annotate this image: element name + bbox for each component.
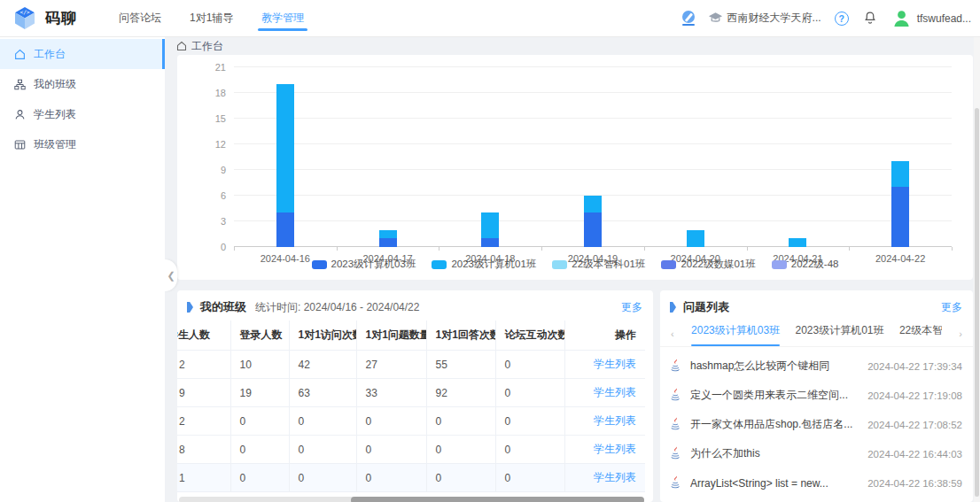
cell: 33: [356, 379, 426, 407]
sidebar-collapse-handle[interactable]: ❮: [165, 259, 177, 291]
question-time: 2024-04-22 17:08:52: [867, 420, 962, 430]
tab-prev-arrow[interactable]: ‹: [669, 328, 676, 346]
legend-item-2023级计算机03班[interactable]: 2023级计算机03班: [312, 258, 416, 271]
user-menu[interactable]: tfswufead...: [891, 8, 971, 28]
bar-segment-2023级计算机01班[interactable]: [891, 161, 909, 187]
y-axis-label: 15: [215, 113, 226, 124]
column-header-1对1回答次数: 1对1回答次数: [426, 321, 495, 351]
cell: 0: [356, 464, 426, 492]
x-axis-tick: [337, 247, 338, 251]
svg-text:</>: </>: [19, 9, 29, 15]
table-row: 200000学生列表: [177, 407, 645, 436]
legend-item-2022级数媒01班[interactable]: 2022级数媒01班: [661, 258, 755, 271]
y-axis-label: 18: [215, 88, 226, 98]
cell: 0: [230, 436, 289, 464]
bar-segment-2023级计算机01班[interactable]: [584, 196, 602, 212]
column-header-1对1访问次数: 1对1访问次数: [289, 321, 356, 351]
home-icon: [14, 49, 26, 60]
sidebar-item-班级管理[interactable]: 班级管理: [0, 129, 165, 159]
page-scrollbar-thumb[interactable]: [975, 108, 979, 497]
cell: 0: [230, 407, 289, 436]
bar-segment-2023级计算机01班[interactable]: [481, 212, 499, 238]
student-list-link[interactable]: 学生列表: [594, 471, 636, 483]
gridline: [234, 169, 952, 170]
y-axis-label: 0: [221, 242, 226, 252]
sidebar-item-label: 工作台: [34, 47, 66, 62]
sidebar-item-我的班级[interactable]: 我的班级: [0, 69, 165, 99]
question-time: 2024-04-22 16:38:59: [867, 478, 962, 489]
cell: 0: [289, 407, 356, 436]
tab-2023级计算机03班[interactable]: 2023级计算机03班: [691, 323, 780, 346]
column-header-登录人数: 登录人数: [230, 321, 289, 351]
breadcrumb-label: 工作台: [191, 39, 223, 54]
bell-icon[interactable]: [862, 10, 878, 27]
bar-segment-2023级计算机03班[interactable]: [481, 238, 499, 247]
action-cell: 学生列表: [564, 436, 645, 464]
sidebar-item-工作台[interactable]: 工作台: [0, 39, 165, 69]
gridline: [234, 92, 952, 93]
pen-badge-icon[interactable]: [682, 11, 695, 27]
tab-2023级计算机01班[interactable]: 2023级计算机01班: [796, 323, 884, 346]
legend-item-2022级-48[interactable]: 2022级-48: [772, 258, 839, 271]
question-item[interactable]: hashmap怎么比较两个键相同2024-04-22 17:39:34: [669, 351, 962, 381]
sidebar: 工作台我的班级学生列表班级管理: [0, 37, 165, 502]
nav-tab-问答论坛[interactable]: 问答论坛: [119, 0, 161, 36]
student-list-link[interactable]: 学生列表: [594, 443, 636, 455]
tab-next-arrow[interactable]: ›: [957, 328, 964, 346]
app-logo[interactable]: </> 码聊: [0, 6, 105, 30]
bar-segment-2023级计算机01班[interactable]: [687, 230, 704, 247]
sidebar-item-label: 班级管理: [34, 137, 76, 152]
bar-segment-2023级计算机01班[interactable]: [789, 238, 806, 247]
panel-marker-icon: [186, 301, 194, 313]
nav-tab-教学管理[interactable]: 教学管理: [261, 0, 304, 36]
x-axis-tick: [952, 247, 953, 251]
cell: 2: [177, 351, 230, 379]
tab-22级本智[interactable]: 22级本智: [899, 323, 942, 346]
chart-legend: 2023级计算机03班2023级计算机01班22级本智科01班2022级数媒01…: [177, 258, 973, 271]
bar-segment-2023级计算机03班[interactable]: [276, 212, 294, 247]
student-list-link[interactable]: 学生列表: [594, 414, 636, 427]
column-header-论坛互动次数: 论坛互动次数: [495, 321, 564, 351]
bar-segment-2023级计算机03班[interactable]: [584, 212, 602, 247]
question-item[interactable]: ArrayList<String> list = new...2024-04-2…: [669, 468, 962, 498]
student-list-link[interactable]: 学生列表: [594, 386, 636, 398]
cell: 42: [289, 351, 356, 379]
class-tabs: ‹2023级计算机03班2023级计算机01班22级本智›: [660, 321, 973, 347]
question-item[interactable]: 为什么不加this2024-04-22 16:44:03: [669, 439, 962, 468]
breadcrumb: 工作台: [165, 37, 980, 55]
legend-swatch: [552, 260, 567, 269]
stat-time: 统计时间: 2024/04/16 - 2024/04/22: [255, 300, 419, 315]
page-scrollbar: [974, 37, 980, 502]
cell: 0: [289, 464, 356, 492]
student-list-link[interactable]: 学生列表: [594, 358, 636, 370]
cell: 63: [289, 379, 356, 407]
legend-label: 2023级计算机01班: [451, 258, 536, 271]
cell: 0: [495, 464, 564, 492]
nav-tab-1对1辅导[interactable]: 1对1辅导: [190, 0, 233, 36]
question-item[interactable]: 定义一个圆类用来表示二维空间...2024-04-22 17:19:08: [669, 381, 962, 410]
x-axis-tick: [747, 247, 748, 251]
cell: 8: [177, 436, 230, 464]
java-icon: [669, 475, 682, 490]
bar-segment-2023级计算机03班[interactable]: [891, 187, 909, 247]
legend-swatch: [661, 260, 676, 269]
bar-segment-2023级计算机01班[interactable]: [379, 230, 397, 239]
my-classes-more-link[interactable]: 更多: [621, 300, 642, 315]
bar-segment-2023级计算机01班[interactable]: [276, 84, 294, 212]
activity-chart-card: 0369121518212024-04-162024-04-172024-04-…: [177, 55, 973, 280]
my-classes-panel: 我的班级 统计时间: 2024/04/16 - 2024/04/22 更多 学生…: [177, 290, 653, 502]
y-axis-label: 12: [215, 139, 226, 150]
question-item[interactable]: 开一家文体用品店shop.包括店名...2024-04-22 17:08:52: [669, 410, 962, 439]
horizontal-scrollbar-thumb[interactable]: [351, 497, 644, 502]
legend-item-22级本智科01班[interactable]: 22级本智科01班: [552, 258, 645, 271]
main-nav: 问答论坛1对1辅导教学管理: [119, 0, 304, 36]
legend-label: 2023级计算机03班: [331, 258, 416, 271]
legend-item-2023级计算机01班[interactable]: 2023级计算机01班: [432, 258, 536, 271]
gridline: [234, 118, 952, 119]
cell: 55: [426, 351, 495, 379]
help-icon[interactable]: ?: [835, 12, 849, 26]
question-list-more-link[interactable]: 更多: [941, 300, 962, 315]
school-selector[interactable]: 西南财经大学天府...: [708, 11, 821, 26]
sidebar-item-学生列表[interactable]: 学生列表: [0, 99, 165, 129]
bar-segment-2023级计算机03班[interactable]: [379, 238, 397, 247]
